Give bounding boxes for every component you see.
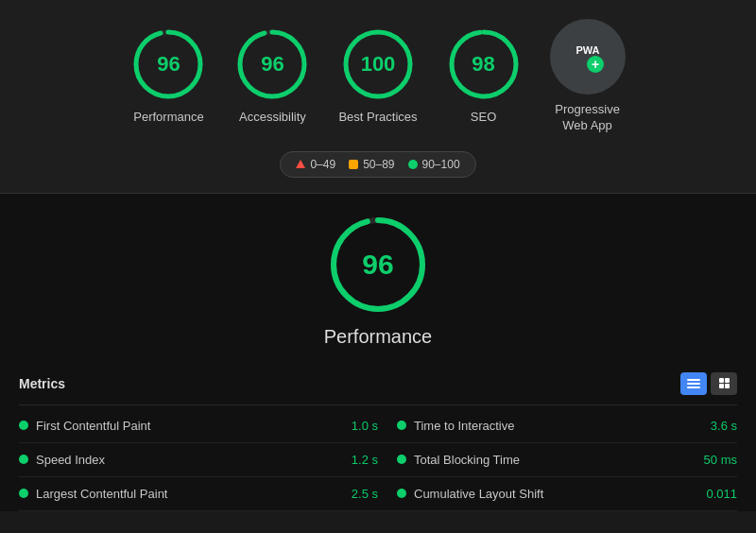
legend-pass: 90–100 (408, 158, 460, 171)
fcp-dot (19, 421, 28, 430)
accessibility-value: 96 (261, 52, 284, 77)
average-icon (349, 160, 358, 169)
best-practices-circle: 100 (340, 26, 416, 102)
pwa-item[interactable]: PWA + ProgressiveWeb App (550, 19, 626, 134)
legend-average-label: 50–89 (363, 158, 394, 171)
metric-si: Speed Index 1.2 s (19, 443, 378, 477)
legend-average: 50–89 (349, 158, 394, 171)
pass-icon (408, 160, 418, 169)
metrics-header: Metrics (19, 363, 737, 405)
fcp-value: 1.0 s (352, 419, 378, 433)
best-practices-label: Best Practices (338, 110, 417, 126)
grid-icon (719, 378, 730, 388)
seo-label: SEO (471, 110, 496, 126)
score-accessibility[interactable]: 96 Accessibility (234, 26, 310, 126)
pwa-badge: PWA + (550, 19, 626, 95)
metric-fcp: First Contentful Paint 1.0 s (19, 409, 378, 443)
tti-name: Time to Interactive (414, 419, 514, 433)
performance-value: 96 (157, 52, 180, 77)
view-toggle (680, 372, 737, 395)
metric-lcp: Largest Contentful Paint 2.5 s (19, 477, 378, 511)
big-score-container: 96 Performance (0, 213, 756, 348)
si-dot (19, 455, 28, 464)
score-best-practices[interactable]: 100 Best Practices (338, 26, 417, 126)
top-section: 96 Performance 96 Accessibility 100 (0, 0, 756, 194)
bottom-section: 96 Performance Metrics (0, 194, 756, 511)
lcp-dot (19, 489, 28, 498)
metrics-left-column: First Contentful Paint 1.0 s Speed Index… (19, 409, 378, 511)
grid-view-button[interactable] (711, 372, 737, 395)
score-seo[interactable]: 98 SEO (446, 26, 522, 126)
svg-text:PWA: PWA (576, 44, 599, 56)
performance-label: Performance (133, 110, 203, 126)
metrics-right-column: Time to Interactive 3.6 s Total Blocking… (378, 409, 737, 511)
legend-pass-label: 90–100 (422, 158, 460, 171)
si-name: Speed Index (36, 453, 105, 467)
seo-value: 98 (472, 52, 494, 77)
legend-row: 0–49 50–89 90–100 (0, 151, 756, 178)
tbt-value: 50 ms (704, 453, 737, 467)
big-score-label: Performance (324, 326, 433, 348)
metric-cls: Cumulative Layout Shift 0.011 (378, 477, 737, 511)
tti-dot (397, 421, 406, 430)
si-value: 1.2 s (352, 453, 378, 467)
metrics-title: Metrics (19, 376, 65, 391)
list-view-button[interactable] (680, 372, 707, 395)
metric-tbt: Total Blocking Time 50 ms (378, 443, 737, 477)
fcp-name: First Contentful Paint (36, 419, 150, 433)
cls-value: 0.011 (706, 487, 737, 501)
best-practices-value: 100 (361, 52, 396, 77)
scores-row: 96 Performance 96 Accessibility 100 (0, 19, 756, 134)
metrics-grid: First Contentful Paint 1.0 s Speed Index… (19, 409, 737, 511)
tbt-dot (397, 455, 406, 464)
svg-text:+: + (591, 57, 598, 72)
cls-name: Cumulative Layout Shift (414, 487, 543, 501)
svg-point-8 (559, 28, 616, 85)
legend-fail-label: 0–49 (310, 158, 335, 171)
score-performance[interactable]: 96 Performance (130, 26, 206, 126)
accessibility-circle: 96 (234, 26, 310, 102)
seo-circle: 98 (446, 26, 522, 102)
accessibility-label: Accessibility (239, 110, 306, 126)
metrics-section: Metrics (0, 363, 756, 511)
cls-dot (397, 489, 406, 498)
tti-value: 3.6 s (711, 419, 737, 433)
metric-tti: Time to Interactive 3.6 s (378, 409, 737, 443)
legend-pill: 0–49 50–89 90–100 (280, 151, 475, 178)
tbt-name: Total Blocking Time (414, 453, 520, 467)
lcp-name: Largest Contentful Paint (36, 487, 167, 501)
list-icon (687, 379, 700, 388)
big-score-circle: 96 (326, 213, 430, 317)
pwa-label: ProgressiveWeb App (555, 102, 620, 134)
big-score-value: 96 (362, 249, 393, 281)
performance-circle: 96 (130, 26, 206, 102)
legend-fail: 0–49 (296, 158, 335, 171)
lcp-value: 2.5 s (352, 487, 378, 501)
fail-icon (296, 160, 305, 168)
